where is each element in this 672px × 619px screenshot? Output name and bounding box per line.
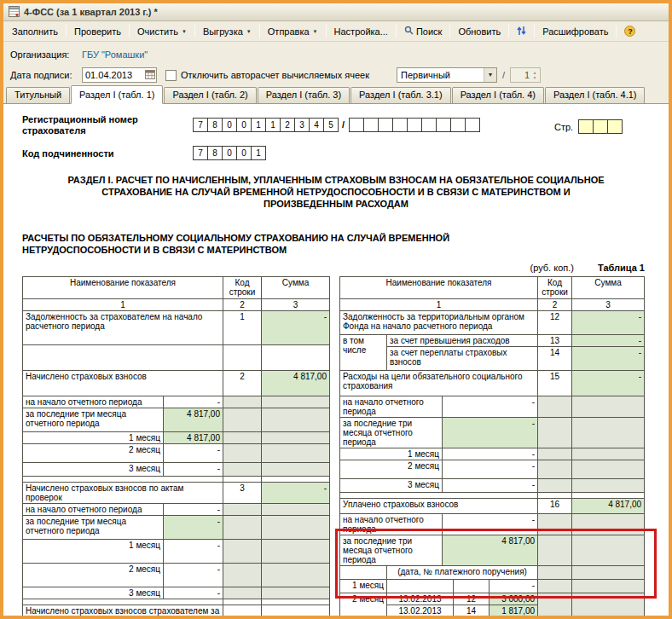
sub-digit-box[interactable]: 8 [207, 146, 223, 160]
reg-digit-box[interactable]: 0 [236, 118, 252, 132]
sub-digit-box[interactable]: 1 [251, 146, 266, 160]
value-cell[interactable]: - [443, 448, 538, 460]
correction-number-spinner[interactable]: 1 ▲▼ [510, 67, 541, 83]
reg-digit-box-empty[interactable] [407, 118, 422, 132]
value-cell[interactable]: - [164, 396, 223, 408]
table-header-row: Наименование показателя Код строки Сумма [23, 277, 330, 299]
sum-cell[interactable]: - [572, 311, 645, 335]
value-cell[interactable]: - [164, 444, 223, 463]
send-button[interactable]: Отправка ▼ [263, 24, 323, 39]
value-cell[interactable]: - [443, 479, 538, 493]
label-cell: 1 месяц [340, 448, 443, 460]
sub-digit-box[interactable]: 0 [236, 146, 252, 160]
tab-razdel1-tabl3[interactable]: Раздел I (табл. 3) [258, 87, 350, 103]
disabled-cell [223, 516, 262, 540]
reg-digit-box[interactable]: 2 [280, 118, 295, 132]
value-cell[interactable]: - [443, 396, 538, 418]
sum-cell[interactable]: - [262, 483, 330, 504]
sum-cell[interactable]: 4 817,00 [262, 371, 330, 396]
label-cell: Задолженность за территориальным органом… [340, 311, 538, 335]
reg-digit-box[interactable]: 5 [323, 118, 339, 132]
value-cell[interactable]: - [443, 460, 538, 479]
sub-digit-box[interactable]: 0 [222, 146, 237, 160]
decipher-button[interactable]: Расшифровать [537, 24, 613, 39]
form-area: Регистрационный номер страхователя 78001… [3, 104, 669, 616]
value-cell[interactable]: - [164, 504, 223, 516]
reg-digit-box-empty[interactable] [421, 118, 437, 132]
tab-titulny[interactable]: Титульный [6, 87, 70, 103]
value-cell[interactable]: - [443, 418, 538, 448]
sub-digit-box[interactable]: 7 [193, 146, 208, 160]
page-digit-box[interactable] [593, 119, 608, 134]
toolbar-separator [616, 25, 617, 38]
pay-num-cell[interactable]: 14 [454, 605, 490, 616]
exchange-button[interactable] [512, 23, 531, 40]
sum-cell[interactable]: - [572, 371, 645, 396]
chevron-down-icon: ▼ [246, 29, 252, 34]
page-digit-box[interactable] [578, 119, 594, 134]
report-type-select[interactable]: Первичный ▼ [397, 67, 497, 83]
tab-razdel1-tabl4-1[interactable]: Раздел I (табл. 4.1) [545, 87, 646, 103]
reg-digit-box-empty[interactable] [363, 118, 379, 132]
spacer-cell [23, 345, 223, 371]
sum-cell[interactable]: - [262, 311, 330, 345]
value-cell[interactable]: - [164, 516, 223, 540]
reg-digit-box-empty[interactable] [465, 118, 480, 132]
sum-cell[interactable]: - [572, 347, 645, 371]
reg-digit-box[interactable]: 0 [222, 118, 237, 132]
reg-digit-box[interactable]: 8 [207, 118, 223, 132]
clear-button[interactable]: Очистить ▼ [132, 24, 192, 39]
value-cell[interactable]: - [164, 564, 223, 587]
tab-razdel1-tabl1[interactable]: Раздел I (табл. 1) [71, 85, 163, 104]
window-titlebar[interactable]: 4-ФСС (за 1 квартал 2013 г.) * [3, 3, 669, 21]
help-button[interactable]: ? [619, 23, 640, 39]
value-cell[interactable]: - [164, 587, 223, 599]
value-cell[interactable]: 4 817,00 [164, 432, 223, 444]
toolbar-separator [508, 25, 509, 38]
reg-digit-box-empty[interactable] [436, 118, 451, 132]
tab-razdel1-tabl3-1[interactable]: Раздел I (табл. 3.1) [350, 87, 451, 103]
tab-razdel1-tabl2[interactable]: Раздел I (табл. 2) [164, 87, 256, 103]
sum-cell[interactable] [262, 605, 330, 616]
disabled-cell [262, 504, 330, 516]
page-digit-box[interactable] [607, 119, 623, 134]
value-cell[interactable]: - [164, 463, 223, 477]
unload-button[interactable]: Выгрузка ▼ [198, 24, 257, 39]
sum-cell[interactable]: - [572, 335, 645, 347]
pay-date-cell[interactable]: 13.02.2013 [387, 605, 454, 616]
code-cell [223, 605, 262, 616]
reg-digit-box-empty[interactable] [392, 118, 408, 132]
chevron-down-icon[interactable]: ▼ [484, 68, 496, 82]
sign-date-input[interactable]: 01.04.2013 [82, 67, 157, 83]
autocalc-checkbox[interactable] [165, 70, 177, 81]
settings-button[interactable]: Настройка... [329, 24, 393, 39]
org-value-field[interactable]: ГБУ "Ромашки" [82, 49, 148, 60]
reg-digit-box-empty[interactable] [349, 118, 364, 132]
toolbar-separator [449, 25, 450, 38]
label-cell: за последние три месяца отчетного период… [340, 418, 443, 448]
sum-cell[interactable]: 4 817,00 [572, 499, 645, 514]
label-cell: 3 месяц [23, 463, 164, 477]
search-button[interactable]: Поиск [399, 23, 447, 39]
value-cell[interactable]: 1 817,00 [490, 605, 538, 616]
tab-razdel1-tabl4[interactable]: Раздел I (табл. 4) [452, 87, 544, 103]
calendar-icon[interactable] [145, 69, 155, 81]
value-cell[interactable]: - [164, 540, 223, 564]
spinner-arrows-icon[interactable]: ▲▼ [530, 68, 539, 82]
reg-digit-box[interactable]: 7 [193, 118, 208, 132]
table-row: 1 месяц 4 817,00 [23, 432, 330, 444]
reg-digit-box-empty[interactable] [450, 118, 466, 132]
reg-digit-box[interactable]: 3 [294, 118, 310, 132]
value-cell[interactable]: 4 817,00 [164, 408, 223, 432]
disabled-cell [262, 516, 330, 540]
reg-digit-box-empty[interactable] [378, 118, 393, 132]
fill-button[interactable]: Заполнить [7, 24, 63, 39]
disabled-cell [223, 432, 262, 444]
table-row: Начислено страховых взносов страхователе… [23, 605, 330, 616]
autocalc-checkbox-label[interactable]: Отключить авторасчет вычисляемых ячеек [181, 70, 369, 80]
reg-digit-box[interactable]: 1 [265, 118, 281, 132]
reg-digit-box[interactable]: 4 [309, 118, 324, 132]
reg-digit-box[interactable]: 1 [251, 118, 266, 132]
check-button[interactable]: Проверить [69, 24, 126, 39]
refresh-button[interactable]: Обновить [453, 24, 506, 39]
